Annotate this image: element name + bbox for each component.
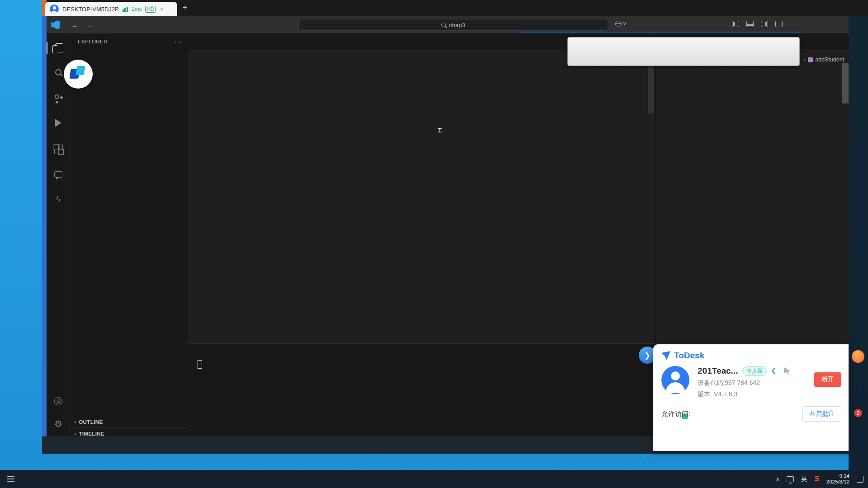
annotation-toolbar [567, 37, 800, 66]
user-avatar [661, 366, 689, 394]
latency-label: 1ms [132, 6, 142, 12]
symbol-cube-icon [808, 57, 813, 62]
hd-badge: HD [145, 6, 155, 13]
editor-scrollbar-right[interactable] [842, 63, 849, 103]
activity-bar: ϟ ⚙ [47, 33, 70, 439]
customize-layout-icon[interactable] [775, 21, 783, 27]
back-arrow-icon[interactable]: ← [71, 21, 78, 29]
terminal-output [188, 348, 654, 358]
session-title: DESKTOP-VM5DJ2P [62, 6, 119, 13]
extensions-icon[interactable] [52, 144, 65, 156]
panel-tabs [188, 344, 654, 348]
toggle-sidebar-icon[interactable] [732, 21, 739, 27]
command-search-input[interactable]: chap3 [298, 19, 608, 31]
toggle-secondary-sidebar-icon[interactable] [761, 21, 768, 27]
session-avatar-icon [50, 5, 59, 14]
taskbar-menu-icon[interactable] [0, 476, 21, 482]
todesk-brand: ToDesk [674, 351, 704, 361]
forward-arrow-icon[interactable]: → [86, 21, 93, 29]
version: 版本: V4.7.6.3 [698, 390, 790, 399]
clock[interactable]: 9:142025/3/12 [826, 473, 849, 485]
editor-scrollbar[interactable] [648, 59, 654, 113]
todesk-floating-ball[interactable] [64, 60, 93, 89]
new-session-button[interactable]: + [183, 4, 188, 12]
explorer-more-icon[interactable]: ··· [175, 38, 182, 45]
signal-icon [123, 6, 128, 12]
terminal-panel [188, 343, 654, 440]
search-icon [441, 23, 446, 27]
todesk-control-panel: ToDesk 201Teac... 个人版 设备代码:957 784 642 版… [653, 344, 849, 451]
explorer-icon[interactable] [52, 42, 65, 54]
explorer-title: EXPLORER [78, 39, 108, 44]
enable-annotation-button[interactable]: 开启批注 [802, 406, 841, 422]
action-center-icon[interactable] [857, 476, 863, 483]
desktop: DESKTOP-VM5DJ2P 1ms HD × + ←→ chap3 ˅ [0, 0, 868, 488]
search-value: chap3 [449, 22, 465, 28]
editor-group-left: ⌶ [188, 33, 654, 343]
profile-globe-icon[interactable]: ˅ [615, 20, 627, 27]
todesk-window-controls[interactable] [862, 0, 865, 16]
focus-accent-line [520, 32, 800, 33]
toggle-panel-icon[interactable] [746, 21, 754, 27]
dock-badge: 2 [854, 409, 862, 417]
mouse-ibeam-cursor: ⌶ [438, 126, 442, 134]
dock-orange-icon[interactable] [852, 350, 864, 363]
remote-user-name: 201Teac... [698, 366, 738, 376]
lightning-icon[interactable]: ϟ [52, 192, 65, 205]
plan-badge: 个人版 [742, 366, 767, 376]
display-tray-icon[interactable] [787, 476, 794, 482]
s-app-tray-icon[interactable]: S [814, 475, 819, 483]
layout-toggle-icons[interactable] [732, 21, 783, 27]
search-icon[interactable] [52, 66, 65, 79]
voice-call-icon[interactable] [771, 367, 779, 375]
terminal-cursor [198, 360, 202, 369]
allow-access-label: 允许访问: [661, 410, 690, 418]
local-taskbar: ∧ 英 S 9:142025/3/12 [0, 470, 868, 488]
chat-icon[interactable] [52, 168, 65, 181]
tray-expand-icon[interactable]: ∧ [776, 476, 779, 482]
ime-indicator[interactable]: 英 [801, 475, 807, 483]
account-icon[interactable] [52, 395, 65, 408]
remote-cursor-icon[interactable] [784, 367, 790, 375]
explorer-sidebar: EXPLORER ··· ›OUTLINE ›TIMELINE [71, 33, 189, 439]
remote-session-tab[interactable]: DESKTOP-VM5DJ2P 1ms HD × [45, 2, 177, 16]
outline-section[interactable]: ›OUTLINE [71, 416, 189, 427]
run-debug-icon[interactable] [52, 117, 65, 129]
device-code: 设备代码:957 784 642 [698, 379, 790, 387]
todesk-logo-icon [661, 351, 670, 360]
vscode-title-bar: ←→ chap3 ˅ [47, 16, 849, 33]
settings-gear-icon[interactable]: ⚙ [52, 418, 65, 430]
breadcrumb-right-fragment[interactable]: › addStudent [804, 56, 844, 63]
right-dock: 2 [849, 16, 868, 470]
vscode-logo-icon [51, 20, 60, 29]
disconnect-button[interactable]: 断开 [814, 372, 841, 387]
local-taskbar-tray: ∧ 英 S 9:142025/3/12 [776, 470, 863, 488]
close-session-icon[interactable]: × [160, 6, 164, 13]
remote-wallpaper-edge [42, 16, 47, 454]
source-control-icon[interactable] [52, 92, 65, 105]
todesk-tab-bar: DESKTOP-VM5DJ2P 1ms HD × + [42, 0, 868, 16]
